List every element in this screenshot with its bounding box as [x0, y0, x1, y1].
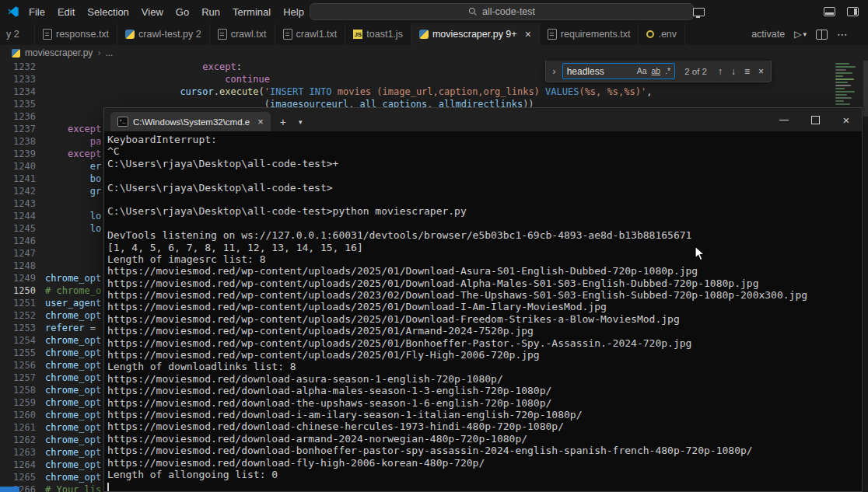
code-text: chrome_opt	[45, 384, 101, 396]
tab-label: requirements.txt	[561, 29, 631, 40]
breadcrumb-file[interactable]: moviescraper.py	[25, 47, 93, 58]
code-text: chrome_opt	[45, 471, 101, 483]
customize-layout-icon[interactable]	[847, 7, 859, 16]
tab-label: .env	[658, 29, 677, 40]
more-actions-icon[interactable]: ⋯	[837, 28, 848, 40]
gear-icon	[646, 30, 654, 38]
terminal-line: ^C	[107, 145, 862, 157]
minimap[interactable]	[835, 63, 862, 106]
terminal-cursor-line	[107, 480, 862, 491]
match-case-icon[interactable]: Aa	[637, 67, 647, 75]
find-in-selection-icon[interactable]: ≡	[743, 66, 751, 77]
breadcrumb-symbol[interactable]: ...	[105, 47, 113, 58]
file-icon	[548, 29, 557, 40]
code-text: chrome_opt	[45, 359, 101, 372]
command-center-search[interactable]: all-code-test	[310, 3, 694, 20]
terminal-tab[interactable]: C:\Windows\System32\cmd.e ×	[110, 112, 271, 131]
terminal-line: https://moviesmod.red/download-alpha-mal…	[107, 385, 862, 396]
terminal-line	[107, 218, 862, 229]
line-number: 1255	[0, 347, 36, 359]
next-match-icon[interactable]: ↓	[730, 66, 737, 77]
code-text: pa	[45, 135, 101, 148]
tab-requirements-txt[interactable]: requirements.txt	[540, 23, 639, 45]
python-file-icon	[12, 49, 20, 58]
line-number: 1241	[0, 173, 36, 185]
terminal-line: DevTools listening on ws://127.0.0.1:600…	[107, 229, 862, 241]
tab-y-2[interactable]: y 2	[0, 23, 35, 45]
tab-activate[interactable]: activate	[751, 29, 785, 40]
run-icon[interactable]: ▷	[794, 29, 801, 40]
maximize-icon[interactable]	[800, 108, 831, 131]
tab-toast1-js[interactable]: JStoast1.js	[345, 23, 411, 45]
editor-scrollbar[interactable]	[863, 61, 868, 117]
menu-help[interactable]: Help	[277, 4, 310, 20]
file-icon	[283, 29, 292, 40]
menu-go[interactable]: Go	[170, 4, 195, 20]
find-input[interactable]	[567, 66, 632, 77]
split-editor-icon[interactable]	[816, 30, 828, 40]
terminal-line: C:\Users\rjaya\Desktop\all-code-test>pyt…	[107, 205, 862, 217]
tab-dropdown-icon[interactable]: ▾	[299, 119, 303, 126]
tab-env[interactable]: .env	[639, 23, 685, 45]
tab-label: crawl1.txt	[296, 29, 338, 40]
new-tab-icon[interactable]: +	[280, 117, 286, 127]
line-number: 1254	[0, 334, 36, 347]
code-text: chrome_opt	[45, 272, 101, 284]
line-number: 1244	[0, 210, 36, 222]
terminal-line: https://moviesmod.red/wp-content/uploads…	[107, 301, 862, 312]
menu-view[interactable]: View	[135, 4, 170, 20]
line-number: 1239	[0, 148, 36, 160]
terminal-tab-close-icon[interactable]: ×	[257, 117, 264, 127]
code-text: chrome_opt	[45, 421, 101, 434]
minimize-icon[interactable]: —	[768, 108, 800, 131]
previous-match-icon[interactable]: ↑	[716, 66, 724, 77]
terminal-line	[107, 194, 862, 205]
tab-label: crawl.txt	[231, 29, 267, 40]
terminal-output[interactable]: KeyboardInterrupt:^CC:\Users\rjaya\Deskt…	[104, 131, 862, 491]
line-number: 1265	[0, 471, 36, 483]
terminal-lines: KeyboardInterrupt:^CC:\Users\rjaya\Deskt…	[107, 134, 862, 491]
terminal-titlebar[interactable]: C:\Windows\System32\cmd.e × + ▾ — ×	[104, 108, 862, 131]
line-number: 1258	[0, 384, 36, 396]
terminal-line: https://moviesmod.red/download-armand-20…	[107, 433, 862, 445]
regex-icon[interactable]: .*	[665, 67, 670, 75]
menu-edit[interactable]: Edit	[51, 4, 81, 20]
code-line: 1234 cursor.execute('INSERT INTO movies …	[0, 85, 868, 98]
code-text: user_agent	[45, 297, 101, 309]
close-window-icon[interactable]: ×	[831, 108, 862, 131]
vscode-logo-icon	[7, 5, 19, 18]
run-dropdown-icon[interactable]: ▾	[803, 30, 807, 38]
tab-response-txt[interactable]: response.txt	[35, 23, 117, 45]
menu-terminal[interactable]: Terminal	[226, 4, 277, 20]
remote-status-indicator[interactable]	[0, 487, 19, 492]
tab-crawl-txt[interactable]: crawl.txt	[210, 23, 275, 45]
line-number: 1237	[0, 123, 36, 135]
tab-crawl1-txt[interactable]: crawl1.txt	[275, 23, 346, 45]
monitor-icon[interactable]	[693, 8, 705, 16]
chevron-right-icon: ›	[97, 47, 100, 58]
editor-actions: activate ▷ ▾ ⋯	[742, 23, 868, 45]
close-find-icon[interactable]: ×	[757, 66, 765, 77]
terminal-line: https://moviesmod.red/wp-content/uploads…	[107, 289, 862, 301]
menu-file[interactable]: File	[23, 4, 51, 20]
line-number: 1253	[0, 322, 36, 334]
python-icon	[419, 30, 429, 39]
line-number: 1251	[0, 297, 36, 309]
toggle-panel-icon[interactable]	[824, 7, 835, 16]
code-text: chrome_opt	[45, 309, 101, 322]
code-text: chrome_opt	[45, 409, 101, 421]
find-input-wrap: Aa ab .*	[562, 63, 676, 79]
menu-run[interactable]: Run	[195, 4, 226, 20]
code-text: # chrome_o	[45, 284, 101, 297]
tab-moviescraper-py-9[interactable]: moviescraper.py 9+×	[411, 23, 540, 45]
run-button-group[interactable]: ▷ ▾	[794, 29, 807, 40]
menu-selection[interactable]: Selection	[81, 4, 135, 20]
tab-label: y 2	[6, 29, 19, 40]
toggle-replace-icon[interactable]: ›	[551, 65, 556, 77]
whole-word-icon[interactable]: ab	[651, 67, 660, 75]
code-text: chrome_opt	[45, 372, 101, 384]
line-number: 1248	[0, 260, 36, 272]
tab-close-icon[interactable]: ×	[525, 29, 531, 40]
breadcrumb[interactable]: moviescraper.py › ...	[0, 45, 868, 61]
tab-crawl-test-py-2[interactable]: crawl-test.py 2	[117, 23, 210, 45]
